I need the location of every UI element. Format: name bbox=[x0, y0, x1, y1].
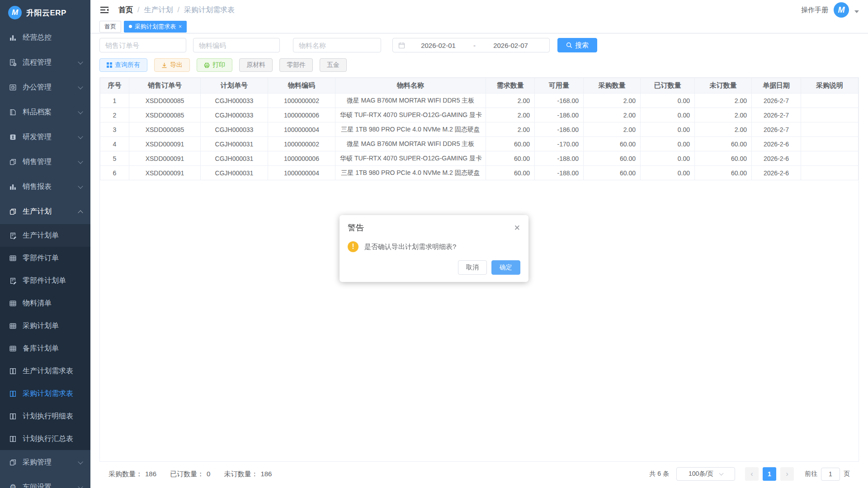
dialog-header: 警告 ✕ bbox=[340, 215, 528, 236]
pagination: 共 6 条 100条/页 ‹ 1 › 前往 页 bbox=[649, 467, 850, 481]
sidebar-item-business-overview[interactable]: 经营总控 bbox=[0, 25, 90, 50]
app-logo: M 升阳云ERP bbox=[0, 0, 90, 25]
current-page-button[interactable]: 1 bbox=[763, 467, 776, 481]
date-range-separator: - bbox=[472, 42, 477, 49]
sidebar-item-purchase-plan-order[interactable]: 采购计划单 bbox=[0, 314, 90, 337]
column-header: 序号 bbox=[100, 78, 129, 94]
query-all-button[interactable]: 查询所有 bbox=[99, 58, 147, 72]
column-header: 已订数量 bbox=[641, 78, 695, 94]
chevron-down-icon bbox=[78, 59, 83, 64]
manual-link[interactable]: 操作手册 bbox=[801, 6, 828, 14]
tab-close-icon[interactable]: × bbox=[179, 24, 182, 29]
brand-logo-icon: M bbox=[8, 6, 22, 19]
column-header: 采购数量 bbox=[584, 78, 641, 94]
tab-purchase-demand-report[interactable]: 采购计划需求表 × bbox=[124, 21, 187, 33]
sidebar-collapse-icon[interactable] bbox=[99, 6, 109, 14]
production-plan-submenu: 生产计划单 零部件订单 零部件计划单 物料清单 bbox=[0, 224, 90, 450]
sidebar-item-workflow[interactable]: 流程管理 bbox=[0, 50, 90, 75]
printer-icon bbox=[204, 62, 210, 68]
chevron-down-icon bbox=[78, 459, 83, 464]
app-title: 升阳云ERP bbox=[26, 8, 66, 18]
sidebar-item-production-plan[interactable]: 生产计划 bbox=[0, 199, 90, 224]
raw-material-button[interactable]: 原材料 bbox=[239, 58, 273, 72]
table-row[interactable]: 2 XSDD000085 CGJH000033 1000000006 华硕 TU… bbox=[100, 108, 859, 122]
sidebar-item-production-demand-report[interactable]: 生产计划需求表 bbox=[0, 360, 90, 382]
workflow-icon bbox=[9, 59, 17, 66]
sidebar-item-plan-execution-detail[interactable]: 计划执行明细表 bbox=[0, 405, 90, 427]
tab-bar: 首页 采购计划需求表 × bbox=[90, 20, 868, 33]
sidebar-item-production-plan-order[interactable]: 生产计划单 bbox=[0, 224, 90, 247]
sidebar-item-stock-plan-order[interactable]: 备库计划单 bbox=[0, 337, 90, 360]
goto-page-input[interactable] bbox=[821, 468, 840, 481]
cancel-button[interactable]: 取消 bbox=[458, 260, 487, 275]
date-range-picker[interactable]: 2026-02-01 - 2026-02-07 bbox=[392, 38, 550, 52]
chevron-down-icon bbox=[78, 484, 83, 488]
hardware-button[interactable]: 五金 bbox=[320, 58, 347, 72]
summary-stats: 采购数量：186 已订数量：0 未订数量：186 bbox=[108, 470, 272, 479]
warning-icon: ! bbox=[348, 241, 359, 252]
search-button[interactable]: 搜索 bbox=[557, 38, 597, 52]
open-book-icon bbox=[9, 367, 17, 375]
sidebar-item-office[interactable]: 办公管理 bbox=[0, 75, 90, 100]
material-name-input[interactable] bbox=[293, 38, 381, 52]
document-edit-icon bbox=[9, 232, 17, 239]
sidebar-item-workshop-settings[interactable]: ⚙ 车间设置 bbox=[0, 475, 90, 488]
production-icon bbox=[9, 208, 17, 216]
chevron-down-icon bbox=[719, 471, 724, 476]
parts-button[interactable]: 零部件 bbox=[279, 58, 313, 72]
active-tab-dot-icon bbox=[129, 25, 132, 28]
export-button[interactable]: 导出 bbox=[154, 58, 190, 72]
breadcrumb-production-plan: 生产计划 bbox=[144, 5, 173, 15]
bar-chart-icon bbox=[9, 34, 17, 42]
breadcrumb-separator: / bbox=[177, 6, 179, 14]
column-header: 物料编码 bbox=[268, 78, 335, 94]
report-icon bbox=[9, 183, 17, 191]
table-row[interactable]: 4 XSDD000091 CGJH000031 1000000002 微星 MA… bbox=[100, 137, 859, 151]
stat-unordered-qty: 未订数量：186 bbox=[224, 470, 272, 479]
tab-home[interactable]: 首页 bbox=[99, 21, 121, 33]
sidebar-item-purchase-demand-report[interactable]: 采购计划需求表 bbox=[0, 382, 90, 405]
table-row[interactable]: 6 XSDD000091 CGJH000031 1000000004 三星 1T… bbox=[100, 166, 859, 180]
table-row[interactable]: 3 XSDD000085 CGJH000033 1000000004 三星 1T… bbox=[100, 122, 859, 137]
material-code-input[interactable] bbox=[193, 38, 280, 52]
sidebar-item-purchase-management[interactable]: 采购管理 bbox=[0, 450, 90, 475]
navbar: 首页 / 生产计划 / 采购计划需求表 操作手册 M bbox=[90, 0, 868, 20]
page-size-select[interactable]: 100条/页 bbox=[676, 467, 735, 481]
filter-bar: 2026-02-01 - 2026-02-07 搜索 bbox=[99, 38, 859, 52]
breadcrumb: 首页 / 生产计划 / 采购计划需求表 bbox=[118, 5, 235, 15]
sidebar-item-research[interactable]: 研发管理 bbox=[0, 125, 90, 150]
sidebar: M 升阳云ERP 经营总控 流程管理 办公管理 bbox=[0, 0, 90, 488]
sidebar-item-material-archive[interactable]: 料品档案 bbox=[0, 100, 90, 125]
toolbar: 查询所有 导出 打印 原材料 零部件 bbox=[99, 58, 859, 72]
avatar[interactable]: M bbox=[834, 2, 849, 18]
chevron-down-icon bbox=[78, 183, 83, 188]
sales-order-input[interactable] bbox=[99, 38, 186, 52]
table-row[interactable]: 5 XSDD000091 CGJH000031 1000000006 华硕 TU… bbox=[100, 151, 859, 166]
chevron-down-icon bbox=[78, 84, 83, 89]
grid-table-icon bbox=[9, 254, 17, 262]
caret-down-icon[interactable] bbox=[854, 10, 859, 13]
sidebar-item-sales-report[interactable]: 销售报表 bbox=[0, 174, 90, 199]
goto-label: 前往 bbox=[805, 470, 817, 478]
gear-icon: ⚙ bbox=[9, 483, 17, 488]
chevron-down-icon bbox=[78, 159, 83, 164]
print-button[interactable]: 打印 bbox=[197, 58, 232, 72]
chevron-up-icon bbox=[78, 210, 83, 215]
table-row[interactable]: 1 XSDD000085 CGJH000033 1000000002 微星 MA… bbox=[100, 94, 859, 108]
sidebar-item-sales[interactable]: 销售管理 bbox=[0, 150, 90, 174]
sidebar-item-material-list[interactable]: 物料清单 bbox=[0, 292, 90, 314]
dialog-title: 警告 bbox=[348, 222, 364, 233]
sidebar-item-parts-plan-order[interactable]: 零部件计划单 bbox=[0, 269, 90, 292]
sidebar-item-parts-order[interactable]: 零部件订单 bbox=[0, 247, 90, 269]
next-page-button[interactable]: › bbox=[780, 467, 794, 481]
open-book-icon bbox=[9, 390, 17, 398]
prev-page-button[interactable]: ‹ bbox=[745, 467, 759, 481]
grid-icon bbox=[107, 62, 112, 68]
navbar-right: 操作手册 M bbox=[801, 2, 859, 18]
close-icon[interactable]: ✕ bbox=[514, 224, 520, 232]
breadcrumb-home[interactable]: 首页 bbox=[118, 5, 133, 15]
page-footer: 采购数量：186 已订数量：0 未订数量：186 共 6 条 100条/页 ‹ … bbox=[99, 462, 859, 488]
confirm-button[interactable]: 确定 bbox=[491, 260, 520, 275]
date-start-value: 2026-02-01 bbox=[405, 42, 472, 49]
sidebar-item-plan-execution-summary[interactable]: 计划执行汇总表 bbox=[0, 427, 90, 450]
